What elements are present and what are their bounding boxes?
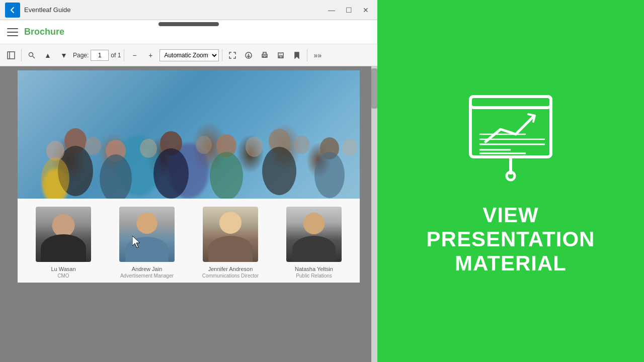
profile-title-1: CMO <box>57 273 69 279</box>
svg-rect-7 <box>263 56 266 57</box>
cta-line-2: MATERIAL <box>397 251 624 276</box>
drag-handle[interactable] <box>158 22 219 26</box>
profile-title-2: Advertisement Manager <box>120 273 174 279</box>
back-button[interactable] <box>5 3 20 18</box>
svg-point-24 <box>314 152 345 198</box>
cta-text[interactable]: VIEW PRESENTATION MATERIAL <box>397 203 624 276</box>
window-title: Eventleaf Guide <box>24 6 325 14</box>
zoom-select[interactable]: Automatic Zoom <box>159 49 219 61</box>
svg-point-27 <box>85 137 101 155</box>
people-svg <box>18 70 360 199</box>
bookmark-icon <box>294 52 300 59</box>
fullscreen-button[interactable] <box>225 48 239 62</box>
save-icon <box>277 52 284 59</box>
svg-rect-9 <box>279 53 282 54</box>
pdf-toolbar: ▲ ▼ Page: of 1 − + Automatic Zoom <box>0 44 377 66</box>
pdf-page: Lu Wasan CMO Andrew Jain Advertisement M… <box>18 70 360 283</box>
profile-section: Lu Wasan CMO Andrew Jain Advertisement M… <box>18 199 360 283</box>
svg-point-23 <box>262 147 296 195</box>
svg-point-28 <box>140 139 157 158</box>
zoom-out-button[interactable]: − <box>127 48 141 62</box>
svg-point-22 <box>210 152 243 199</box>
next-page-button[interactable]: ▼ <box>57 48 71 62</box>
profile-card-3: Jennifer Andreson Communications Directo… <box>194 207 267 279</box>
hamburger-line-2 <box>7 32 18 33</box>
right-panel[interactable]: VIEW PRESENTATION MATERIAL <box>377 0 644 362</box>
profile-title-4: Public Relations <box>296 273 332 279</box>
svg-point-26 <box>41 157 69 199</box>
pdf-content-area: Lu Wasan CMO Andrew Jain Advertisement M… <box>0 66 377 362</box>
more-options-button[interactable]: »» <box>310 48 325 62</box>
svg-point-32 <box>342 139 357 156</box>
toolbar-divider-4 <box>307 49 307 61</box>
app-title: Brochure <box>24 27 64 37</box>
fullscreen-icon <box>229 52 236 59</box>
svg-rect-33 <box>470 97 551 157</box>
profile-photo-4 <box>286 207 342 262</box>
svg-line-3 <box>33 56 35 58</box>
presentation-icon-container <box>460 86 561 187</box>
bookmark-button[interactable] <box>290 48 304 62</box>
profile-name-3: Jennifer Andreson <box>208 266 253 272</box>
minimize-button[interactable]: — <box>325 4 338 17</box>
prev-page-button[interactable]: ▲ <box>41 48 55 62</box>
page-navigation: Page: of 1 <box>73 50 121 61</box>
profile-title-3: Communications Director <box>202 273 259 279</box>
sidebar-toggle-button[interactable] <box>4 48 18 62</box>
svg-rect-0 <box>8 52 15 59</box>
conference-photo <box>18 70 360 199</box>
svg-point-29 <box>196 136 212 154</box>
profile-photo-1 <box>36 207 91 262</box>
hamburger-menu-button[interactable] <box>7 28 18 36</box>
svg-point-2 <box>29 52 33 56</box>
print-button[interactable] <box>258 48 272 62</box>
download-button[interactable] <box>242 48 256 62</box>
title-bar: Eventleaf Guide — ☐ ✕ <box>0 0 377 20</box>
sidebar-icon <box>7 51 15 59</box>
page-label: Page: <box>73 52 89 59</box>
download-icon <box>245 52 252 59</box>
maximize-button[interactable]: ☐ <box>342 4 355 17</box>
search-button[interactable] <box>25 48 39 62</box>
print-icon <box>261 52 268 59</box>
toolbar-divider-1 <box>21 49 22 61</box>
svg-point-21 <box>153 148 189 199</box>
save-button[interactable] <box>274 48 288 62</box>
profile-name-4: Natasha Yeltsin <box>295 266 333 272</box>
svg-rect-34 <box>470 97 551 108</box>
svg-point-36 <box>507 172 515 180</box>
profile-name-1: Lu Wasan <box>51 266 75 272</box>
back-arrow-icon <box>9 6 17 14</box>
close-button[interactable]: ✕ <box>359 4 372 17</box>
cta-line-1: VIEW PRESENTATION <box>397 203 624 252</box>
page-number-input[interactable] <box>91 50 109 61</box>
presentation-board-icon <box>460 86 561 187</box>
total-pages: of 1 <box>111 52 121 59</box>
toolbar-divider-2 <box>124 49 124 61</box>
svg-rect-8 <box>279 56 282 58</box>
profile-card-4: Natasha Yeltsin Public Relations <box>277 207 351 279</box>
profile-photo-2 <box>119 207 175 262</box>
profile-photo-3 <box>203 207 258 262</box>
profile-card-2: Andrew Jain Advertisement Manager <box>110 207 184 279</box>
profile-card-1: Lu Wasan CMO <box>27 207 100 279</box>
zoom-in-button[interactable]: + <box>143 48 157 62</box>
svg-point-31 <box>294 136 310 154</box>
pdf-viewer-window: Eventleaf Guide — ☐ ✕ Brochure <box>0 0 377 362</box>
svg-point-30 <box>246 137 263 157</box>
toolbar-divider-3 <box>222 49 222 61</box>
hamburger-line-1 <box>7 28 18 29</box>
search-icon <box>28 52 35 59</box>
hamburger-line-3 <box>7 35 18 36</box>
pdf-scrollbar-thumb[interactable] <box>371 68 377 109</box>
window-controls: — ☐ ✕ <box>325 4 372 17</box>
pdf-scrollbar[interactable] <box>371 66 377 362</box>
profile-name-2: Andrew Jain <box>132 266 163 272</box>
